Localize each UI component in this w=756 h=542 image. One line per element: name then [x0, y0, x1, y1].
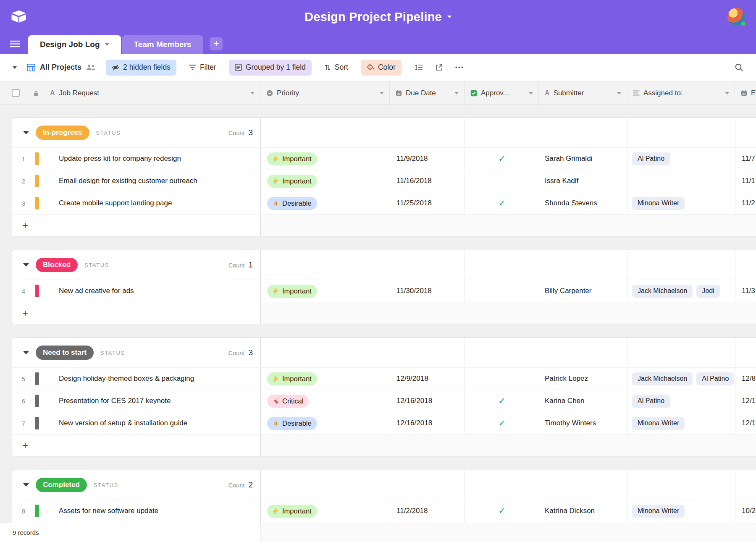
- cell-submitter[interactable]: Billy Carpenter: [539, 280, 627, 302]
- cell-job-request[interactable]: 5 Design holiday-themed boxes & packagin…: [12, 368, 261, 390]
- status-badge[interactable]: Need to start: [36, 346, 94, 360]
- cell-due-date[interactable]: 12/16/2018: [390, 390, 465, 412]
- collapse-group-icon[interactable]: [23, 131, 29, 134]
- filter-button[interactable]: Filter: [186, 60, 219, 76]
- add-table-button[interactable]: +: [210, 37, 223, 50]
- cell-end-date[interactable]: 10/2: [735, 500, 756, 522]
- status-badge[interactable]: In-progress: [36, 126, 89, 140]
- cell-submitter[interactable]: Katrina Dickson: [539, 500, 627, 522]
- status-badge[interactable]: Completed: [36, 478, 87, 492]
- grouped-button[interactable]: Grouped by 1 field: [229, 60, 312, 76]
- hamburger-icon[interactable]: [10, 40, 20, 47]
- cell-priority[interactable]: Important: [261, 500, 390, 522]
- cell-end-date[interactable]: 12/1: [735, 412, 756, 434]
- column-header-submitter[interactable]: A Submitter: [539, 81, 627, 105]
- assignee-chip[interactable]: Minona Writer: [632, 197, 685, 210]
- column-header-end-date[interactable]: E: [735, 81, 756, 105]
- cell-submitter[interactable]: Sarah Grimaldi: [539, 148, 627, 170]
- cell-due-date[interactable]: 12/16/2018: [390, 412, 465, 434]
- cell-job-request[interactable]: 3 Create mobile support landing page: [12, 192, 261, 214]
- add-row[interactable]: +: [12, 434, 756, 456]
- cell-due-date[interactable]: 11/16/2018: [390, 170, 465, 192]
- cell-end-date[interactable]: 12/1: [735, 390, 756, 412]
- caret-down-icon[interactable]: [250, 92, 255, 94]
- assignee-chip[interactable]: Jack Michaelson: [632, 372, 693, 385]
- assignee-chip[interactable]: Jodi: [696, 285, 719, 298]
- cell-approval[interactable]: ✓: [465, 500, 539, 522]
- cell-assigned-to[interactable]: Al Patino: [627, 390, 735, 412]
- caret-down-icon[interactable]: [529, 92, 533, 94]
- cell-submitter[interactable]: Karina Chen: [539, 390, 627, 412]
- cell-approval[interactable]: ✓: [465, 148, 539, 170]
- cell-approval[interactable]: [465, 170, 539, 192]
- cell-assigned-to[interactable]: Minona Writer: [627, 192, 735, 214]
- cell-submitter[interactable]: Issra Kadif: [539, 170, 627, 192]
- avatar[interactable]: [727, 8, 745, 26]
- row-height-icon[interactable]: [415, 64, 423, 71]
- cell-priority[interactable]: Important: [261, 170, 390, 192]
- cell-job-request[interactable]: 4 New ad creative for ads: [12, 280, 261, 302]
- cell-end-date[interactable]: 12/8: [735, 368, 756, 390]
- view-switcher[interactable]: All Projects: [27, 63, 96, 72]
- caret-down-icon[interactable]: [380, 92, 384, 94]
- cell-due-date[interactable]: 11/2/2018: [390, 500, 465, 522]
- hidden-fields-button[interactable]: 2 hidden fields: [106, 60, 176, 76]
- cell-submitter[interactable]: Timothy Winters: [539, 412, 627, 434]
- base-title-wrap[interactable]: Design Project Pipeline: [0, 10, 756, 24]
- collapse-group-icon[interactable]: [23, 483, 29, 487]
- caret-down-icon[interactable]: [105, 43, 109, 46]
- caret-down-icon[interactable]: [617, 92, 621, 94]
- cell-approval[interactable]: ✓: [465, 390, 539, 412]
- add-icon[interactable]: +: [22, 307, 28, 319]
- cell-due-date[interactable]: 11/30/2018: [390, 280, 465, 302]
- assignee-chip[interactable]: Minona Writer: [632, 417, 685, 430]
- cell-job-request[interactable]: 2 Email design for existing customer out…: [12, 170, 261, 192]
- column-header-due-date[interactable]: Due Date: [390, 81, 465, 105]
- status-badge[interactable]: Blocked: [36, 258, 78, 272]
- tab-team-members[interactable]: Team Members: [122, 35, 203, 54]
- more-icon[interactable]: [455, 66, 463, 68]
- cell-submitter[interactable]: Patrick Lopez: [539, 368, 627, 390]
- assignee-chip[interactable]: Jack Michaelson: [632, 285, 693, 298]
- cell-due-date[interactable]: 12/9/2018: [390, 368, 465, 390]
- add-icon[interactable]: +: [22, 220, 28, 231]
- cell-priority[interactable]: Important: [261, 280, 390, 302]
- collapse-group-icon[interactable]: [23, 263, 29, 267]
- cell-end-date[interactable]: 11/7: [735, 148, 756, 170]
- cell-assigned-to[interactable]: [627, 170, 735, 192]
- caret-down-icon[interactable]: [725, 92, 729, 94]
- cell-submitter[interactable]: Shonda Stevens: [539, 192, 627, 214]
- column-header-assigned-to[interactable]: Assigned to:: [627, 81, 735, 105]
- cell-assigned-to[interactable]: Al Patino: [627, 148, 735, 170]
- color-button[interactable]: Color: [361, 60, 402, 76]
- caret-down-icon[interactable]: [454, 92, 459, 94]
- cell-job-request[interactable]: 8 Assets for new software update: [12, 500, 261, 522]
- cell-job-request[interactable]: 7 New version of setup & installation gu…: [12, 412, 261, 434]
- assignee-chip[interactable]: Al Patino: [632, 152, 670, 165]
- cell-end-date[interactable]: 11/2: [735, 192, 756, 214]
- cell-end-date[interactable]: 11/1: [735, 170, 756, 192]
- cell-assigned-to[interactable]: Jack Michaelson Jodi: [627, 280, 735, 302]
- add-row[interactable]: +: [12, 214, 756, 236]
- select-all-checkbox[interactable]: [12, 89, 20, 97]
- collapse-group-icon[interactable]: [23, 351, 29, 354]
- cell-priority[interactable]: Critical: [261, 390, 390, 412]
- cell-job-request[interactable]: 1 Update press kit for company redesign: [12, 148, 261, 170]
- cell-priority[interactable]: Important: [261, 368, 390, 390]
- cell-priority[interactable]: Desirable: [261, 412, 390, 434]
- cell-priority[interactable]: Important: [261, 148, 390, 170]
- cell-assigned-to[interactable]: Jack Michaelson Al Patino: [627, 368, 735, 390]
- cell-job-request[interactable]: 6 Presentation for CES 2017 keynote: [12, 390, 261, 412]
- share-icon[interactable]: [436, 64, 443, 71]
- assignee-chip[interactable]: Al Patino: [696, 372, 734, 385]
- assignee-chip[interactable]: Minona Writer: [632, 505, 685, 518]
- add-row[interactable]: +: [12, 302, 756, 324]
- search-icon[interactable]: [735, 63, 743, 72]
- column-header-priority[interactable]: Priority: [260, 81, 390, 105]
- cell-approval[interactable]: ✓: [465, 192, 539, 214]
- cell-priority[interactable]: Desirable: [261, 192, 390, 214]
- cell-end-date[interactable]: 11/3: [735, 280, 756, 302]
- cell-approval[interactable]: [465, 280, 539, 302]
- add-icon[interactable]: +: [22, 440, 28, 451]
- cell-approval[interactable]: [465, 368, 539, 390]
